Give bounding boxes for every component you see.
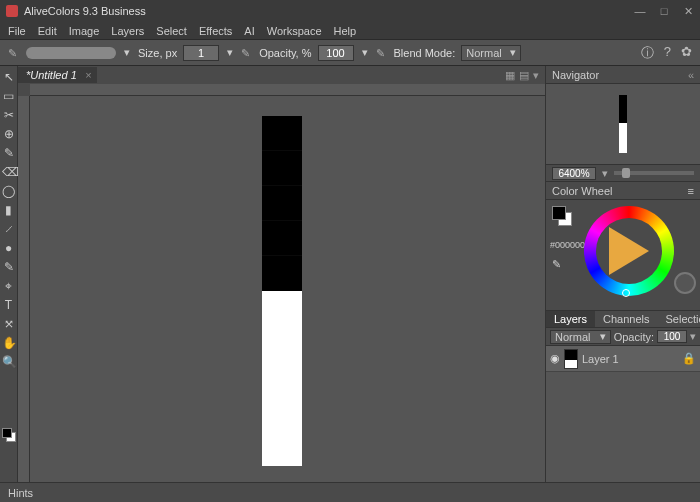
color-wheel-menu-icon[interactable]: ≡ — [688, 185, 694, 197]
tool-move[interactable]: ↖ — [2, 70, 16, 84]
color-preview-circle[interactable] — [674, 272, 696, 294]
layer-lock-icon[interactable]: 🔒 — [682, 352, 696, 365]
tool-zoom[interactable]: 🔍 — [2, 355, 16, 369]
opacity-link-icon[interactable]: ✎ — [376, 47, 388, 59]
zoom-slider-knob[interactable] — [622, 168, 630, 178]
navigator-thumb-content — [619, 95, 627, 123]
blend-mode-select[interactable]: Normal ▾ — [461, 45, 521, 61]
menu-ai[interactable]: AI — [244, 25, 254, 37]
zoom-value[interactable]: 6400% — [552, 167, 596, 180]
menu-help[interactable]: Help — [334, 25, 357, 37]
layer-blend-select[interactable]: Normal ▾ — [550, 330, 611, 344]
canvas[interactable] — [30, 96, 545, 502]
tool-crop[interactable]: ✂ — [2, 108, 16, 122]
close-button[interactable]: ✕ — [682, 5, 694, 18]
minimize-button[interactable]: — — [634, 5, 646, 18]
document-tabs: *Untitled 1 × ▦ ▤ ▾ — [18, 66, 545, 84]
color-hex-value[interactable]: #000000 — [550, 240, 585, 250]
tool-brush[interactable]: ✎ — [2, 146, 16, 160]
menu-workspace[interactable]: Workspace — [267, 25, 322, 37]
tab-channels[interactable]: Channels — [595, 311, 657, 327]
zoom-slider[interactable] — [614, 171, 694, 175]
tool-target[interactable]: ⊕ — [2, 127, 16, 141]
tool-clone[interactable]: ⌖ — [2, 279, 16, 293]
cw-foreground-swatch[interactable] — [552, 206, 566, 220]
chevron-down-icon: ▾ — [600, 330, 606, 343]
tool-gradient[interactable]: ⟋ — [2, 222, 16, 236]
opacity-dropdown-icon[interactable]: ▾ — [360, 46, 370, 59]
layer-name[interactable]: Layer 1 — [582, 353, 619, 365]
tab-layers[interactable]: Layers — [546, 311, 595, 327]
brush-icon[interactable]: ✎ — [8, 47, 20, 59]
color-wheel[interactable] — [584, 206, 674, 296]
tool-eyedropper[interactable]: ⤧ — [2, 317, 16, 331]
size-link-icon[interactable]: ✎ — [241, 47, 253, 59]
tab-view-options: ▦ ▤ ▾ — [505, 69, 545, 82]
zoom-dd-icon[interactable]: ▾ — [602, 167, 608, 180]
settings-icon[interactable]: ✿ — [681, 44, 692, 62]
menu-file[interactable]: File — [8, 25, 26, 37]
size-dropdown-icon[interactable]: ▾ — [225, 46, 235, 59]
navigator-collapse-icon[interactable]: « — [688, 69, 694, 81]
tab-selections[interactable]: Selections — [658, 311, 700, 327]
color-triangle[interactable] — [596, 218, 662, 284]
ruler-vertical[interactable] — [18, 96, 30, 502]
view-mode-b-icon[interactable]: ▤ — [519, 69, 529, 82]
layer-opacity-label: Opacity: — [614, 331, 654, 343]
menu-effects[interactable]: Effects — [199, 25, 232, 37]
opacity-label: Opacity, % — [259, 47, 311, 59]
color-swatches[interactable] — [2, 428, 16, 442]
navigator-preview[interactable] — [546, 84, 700, 164]
canvas-wrap — [18, 96, 545, 502]
view-mode-a-icon[interactable]: ▦ — [505, 69, 515, 82]
brush-dropdown-icon[interactable]: ▾ — [122, 46, 132, 59]
brush-preview[interactable] — [26, 47, 116, 59]
foreground-color-swatch[interactable] — [2, 428, 12, 438]
chevron-down-icon[interactable]: ▾ — [690, 330, 696, 343]
color-wheel-swatches[interactable] — [552, 206, 572, 226]
ruler-horizontal[interactable] — [30, 84, 545, 96]
opacity-input[interactable]: 100 — [318, 45, 354, 61]
layer-blend-value: Normal — [555, 331, 590, 343]
menu-bar: File Edit Image Layers Select Effects AI… — [0, 22, 700, 40]
info-icon[interactable]: ⓘ — [641, 44, 654, 62]
app-logo-icon — [6, 5, 18, 17]
eyedropper-icon[interactable]: ✎ — [552, 258, 561, 271]
layer-visibility-icon[interactable]: ◉ — [550, 352, 560, 365]
tool-hand[interactable]: ✋ — [2, 336, 16, 350]
painted-region — [262, 256, 302, 291]
menu-edit[interactable]: Edit — [38, 25, 57, 37]
layer-row[interactable]: ◉ Layer 1 🔒 — [546, 346, 700, 372]
tool-marquee[interactable]: ▭ — [2, 89, 16, 103]
menu-select[interactable]: Select — [156, 25, 187, 37]
tool-bucket[interactable]: ▮ — [2, 203, 16, 217]
painted-region — [262, 151, 302, 186]
blend-label: Blend Mode: — [394, 47, 456, 59]
tool-smudge[interactable]: ● — [2, 241, 16, 255]
menu-image[interactable]: Image — [69, 25, 100, 37]
layers-list: ◉ Layer 1 🔒 — [546, 346, 700, 484]
sv-triangle[interactable] — [609, 227, 649, 275]
hue-indicator[interactable] — [622, 289, 630, 297]
title-bar: AliveColors 9.3 Business — □ ✕ — [0, 0, 700, 22]
size-label: Size, px — [138, 47, 177, 59]
view-mode-menu-icon[interactable]: ▾ — [533, 69, 539, 82]
maximize-button[interactable]: □ — [658, 5, 670, 18]
tool-eraser[interactable]: ⌫ — [2, 165, 16, 179]
options-toolbar: ✎ ▾ Size, px 1 ▾ ✎ Opacity, % 100 ▾ ✎ Bl… — [0, 40, 700, 66]
size-input[interactable]: 1 — [183, 45, 219, 61]
tab-close-icon[interactable]: × — [85, 69, 91, 81]
toolbar-right: ⓘ ? ✿ — [641, 44, 692, 62]
tool-shape[interactable]: ◯ — [2, 184, 16, 198]
menu-layers[interactable]: Layers — [111, 25, 144, 37]
color-wheel-title: Color Wheel — [552, 185, 613, 197]
tool-text[interactable]: T — [2, 298, 16, 312]
hints-label: Hints — [8, 487, 33, 499]
tool-pencil[interactable]: ✎ — [2, 260, 16, 274]
document-tab[interactable]: *Untitled 1 × — [18, 67, 97, 83]
layer-opacity-input[interactable]: 100 — [657, 330, 687, 343]
document-tab-name: *Untitled 1 — [26, 69, 77, 81]
layer-thumbnail[interactable] — [564, 349, 578, 369]
chevron-down-icon: ▾ — [510, 46, 516, 59]
help-icon[interactable]: ? — [664, 44, 671, 62]
